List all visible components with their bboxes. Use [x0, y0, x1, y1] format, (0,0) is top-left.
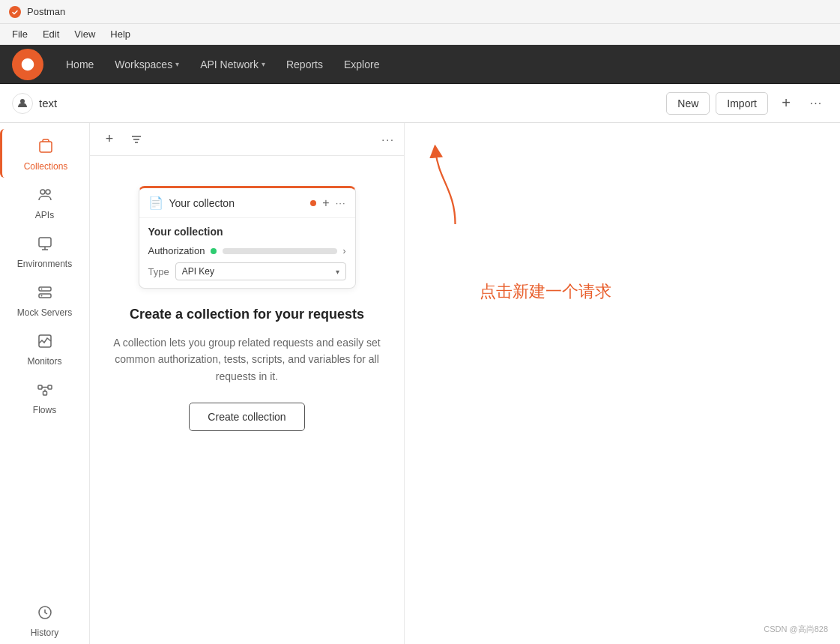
new-button[interactable]: New — [666, 92, 710, 115]
add-tab-button[interactable]: + — [774, 91, 798, 115]
monitors-icon — [37, 333, 53, 353]
auth-row: Authorization › — [148, 245, 346, 256]
svg-rect-12 — [48, 385, 52, 389]
type-select-value: API Key — [182, 266, 214, 277]
cta-description: A collection lets you group related requ… — [105, 334, 389, 385]
more-options-button[interactable]: ··· — [804, 91, 828, 115]
menu-file[interactable]: File — [6, 25, 34, 43]
type-select[interactable]: API Key ▾ — [175, 262, 346, 280]
annotation-container: 点击新建一个请求 — [480, 280, 810, 303]
sidebar: Collections APIs Environments — [0, 123, 90, 644]
svg-rect-13 — [43, 391, 46, 395]
panel-filter-button[interactable] — [126, 129, 147, 150]
environments-icon — [37, 235, 53, 256]
svg-point-0 — [9, 6, 21, 18]
sidebar-item-environments[interactable]: Environments — [0, 226, 89, 275]
nav-api-network[interactable]: API Network ▾ — [190, 52, 276, 76]
import-button[interactable]: Import — [716, 92, 768, 115]
svg-rect-6 — [39, 287, 51, 291]
api-network-chevron: ▾ — [262, 60, 265, 68]
menu-edit[interactable]: Edit — [37, 25, 65, 43]
history-label: History — [31, 628, 58, 638]
panel-header: + ··· — [90, 123, 404, 156]
nav-home[interactable]: Home — [55, 52, 104, 76]
cta-title: Create a collection for your requests — [130, 307, 364, 322]
flows-label: Flows — [33, 405, 56, 415]
auth-status-dot — [211, 248, 217, 254]
svg-point-4 — [46, 190, 50, 194]
preview-card-header: 📄 Your collecton + ··· — [139, 188, 355, 218]
create-collection-button[interactable]: Create collection — [189, 403, 304, 431]
environments-label: Environments — [17, 259, 72, 269]
sidebar-item-flows[interactable]: Flows — [0, 373, 89, 421]
panel-more-button[interactable]: ··· — [381, 133, 395, 145]
nav-explore[interactable]: Explore — [333, 52, 390, 76]
user-avatar-icon — [12, 93, 33, 114]
right-panel: 点击新建一个请求 — [405, 123, 840, 644]
type-label: Type — [148, 266, 169, 277]
auth-expand-icon[interactable]: › — [343, 246, 346, 256]
logo-icon — [19, 56, 36, 73]
card-body-title: Your collection — [148, 226, 346, 238]
collection-status-dot — [310, 200, 316, 206]
type-row: Type API Key ▾ — [148, 262, 346, 280]
workspace-name: text — [39, 97, 57, 109]
auth-label: Authorization — [148, 245, 205, 256]
user-section: text — [12, 93, 660, 114]
svg-point-9 — [40, 295, 42, 297]
collections-label: Collections — [24, 161, 68, 172]
sidebar-item-collections[interactable]: Collections — [0, 129, 89, 178]
menubar: File Edit View Help — [0, 24, 840, 45]
watermark: CSDN @高尚828 — [764, 624, 828, 635]
card-more-button[interactable]: ··· — [336, 197, 346, 208]
app-title: Postman — [27, 6, 65, 17]
menu-help[interactable]: Help — [104, 25, 136, 43]
svg-rect-2 — [40, 142, 52, 152]
sidebar-item-apis[interactable]: APIs — [0, 178, 89, 226]
sidebar-item-monitors[interactable]: Monitors — [0, 324, 89, 373]
postman-logo — [12, 49, 43, 80]
apis-label: APIs — [35, 210, 54, 220]
panel-add-button[interactable]: + — [99, 129, 120, 150]
type-select-chevron: ▾ — [336, 268, 339, 276]
collection-name-label: Your collecton — [169, 197, 305, 209]
annotation-arrow — [427, 138, 472, 243]
topnav: Home Workspaces ▾ API Network ▾ Reports … — [0, 45, 840, 84]
sidebar-item-history[interactable]: History — [0, 595, 89, 644]
history-icon — [37, 604, 53, 625]
menu-view[interactable]: View — [68, 25, 101, 43]
card-add-button[interactable]: + — [322, 196, 329, 210]
monitors-label: Monitors — [27, 356, 61, 367]
svg-point-8 — [40, 289, 42, 290]
sidebar-item-mock-servers[interactable]: Mock Servers — [0, 275, 89, 324]
collections-icon — [37, 138, 54, 158]
mock-servers-label: Mock Servers — [17, 307, 72, 318]
collections-panel: + ··· 📄 Your collecton + ··· — [90, 123, 405, 644]
svg-rect-5 — [39, 238, 51, 247]
preview-card: 📄 Your collecton + ··· Your collection A… — [139, 186, 356, 289]
apis-icon — [37, 187, 53, 207]
svg-point-3 — [40, 190, 45, 194]
workspace-toolbar: text New Import + ··· — [0, 84, 840, 123]
preview-card-body: Your collection Authorization › Type API… — [139, 218, 355, 288]
annotation-text: 点击新建一个请求 — [480, 282, 611, 301]
auth-bar — [223, 248, 336, 254]
app-icon — [9, 6, 21, 18]
nav-reports[interactable]: Reports — [276, 52, 333, 76]
mock-servers-icon — [37, 284, 53, 304]
main-layout: Collections APIs Environments — [0, 123, 840, 644]
collections-content: 📄 Your collecton + ··· Your collection A… — [90, 156, 404, 644]
collection-folder-icon: 📄 — [148, 196, 163, 210]
flows-icon — [37, 382, 53, 402]
svg-rect-7 — [39, 294, 51, 298]
nav-workspaces[interactable]: Workspaces ▾ — [104, 52, 190, 76]
workspaces-chevron: ▾ — [175, 60, 179, 68]
svg-rect-11 — [38, 385, 42, 389]
titlebar: Postman — [0, 0, 840, 24]
